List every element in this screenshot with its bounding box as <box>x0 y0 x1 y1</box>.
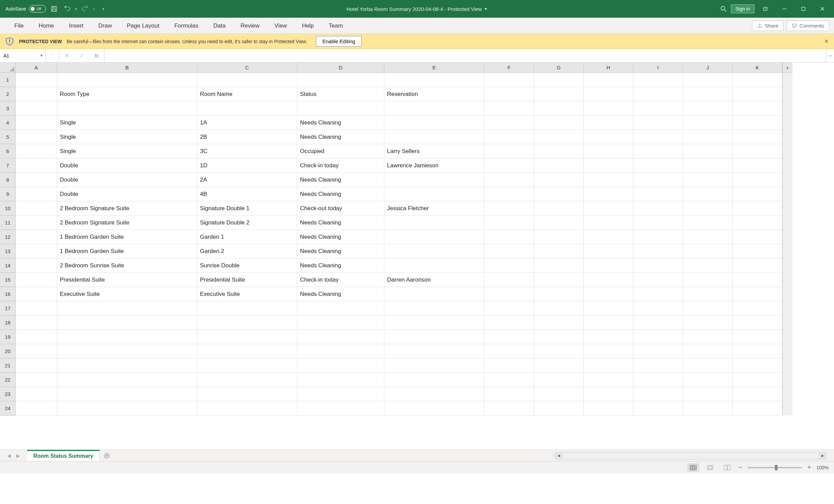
normal-view-icon[interactable] <box>687 463 699 472</box>
horizontal-scrollbar[interactable]: ⋮ ◀ ▶ <box>551 452 827 459</box>
cell[interactable] <box>16 173 57 187</box>
cell[interactable] <box>197 401 297 416</box>
cell[interactable] <box>633 173 683 187</box>
cell[interactable] <box>16 287 57 301</box>
ribbon-tab-review[interactable]: Review <box>233 18 267 34</box>
undo-icon[interactable] <box>62 4 72 14</box>
row-header[interactable]: 22 <box>0 373 16 387</box>
cell[interactable] <box>484 301 534 316</box>
cell[interactable] <box>384 387 484 401</box>
cell[interactable] <box>57 401 197 416</box>
column-header[interactable]: D <box>297 63 384 73</box>
cell[interactable] <box>584 401 633 416</box>
column-header[interactable]: J <box>683 63 733 73</box>
cell[interactable] <box>584 73 633 87</box>
ribbon-tab-team[interactable]: Team <box>321 18 350 34</box>
ribbon-tab-help[interactable]: Help <box>295 18 321 34</box>
cell[interactable] <box>733 130 782 144</box>
page-break-view-icon[interactable] <box>721 463 733 472</box>
cell[interactable] <box>733 273 782 287</box>
cell[interactable] <box>584 373 633 387</box>
cell[interactable] <box>733 87 782 101</box>
cell[interactable]: Needs Cleaning <box>297 116 384 130</box>
cell[interactable] <box>297 73 384 87</box>
cell[interactable] <box>484 73 534 87</box>
cell[interactable] <box>297 358 384 373</box>
cell[interactable] <box>733 258 782 273</box>
cell[interactable] <box>733 301 782 316</box>
cell[interactable] <box>297 387 384 401</box>
cell[interactable] <box>584 187 633 201</box>
row-header[interactable]: 16 <box>0 287 16 301</box>
sheet-tab-active[interactable]: Room Status Summary <box>27 450 100 461</box>
cell[interactable]: 2A <box>197 173 297 187</box>
ribbon-tab-page-layout[interactable]: Page Layout <box>119 18 167 34</box>
autosave-toggle[interactable]: Off <box>29 5 46 13</box>
cell[interactable] <box>384 101 484 116</box>
cell[interactable]: Needs Cleaning <box>297 287 384 301</box>
cell[interactable] <box>16 316 57 330</box>
autosave-control[interactable]: AutoSave Off <box>5 5 46 13</box>
cell[interactable] <box>683 316 733 330</box>
cell[interactable] <box>733 358 782 373</box>
cell[interactable] <box>584 158 633 173</box>
cell[interactable] <box>57 387 197 401</box>
cell[interactable] <box>16 373 57 387</box>
cell[interactable] <box>484 116 534 130</box>
cell[interactable] <box>16 158 57 173</box>
cell[interactable] <box>683 101 733 116</box>
chevron-down-icon[interactable]: ▼ <box>40 54 43 57</box>
cell[interactable] <box>683 144 733 158</box>
cell[interactable]: 2B <box>197 130 297 144</box>
cell[interactable]: Double <box>57 158 197 173</box>
zoom-in-icon[interactable]: + <box>807 464 811 471</box>
cell[interactable] <box>584 101 633 116</box>
cell[interactable] <box>683 373 733 387</box>
column-header[interactable]: C <box>197 63 297 73</box>
formula-input[interactable] <box>104 49 826 62</box>
cell[interactable] <box>633 387 683 401</box>
cell[interactable] <box>584 130 633 144</box>
cell[interactable]: Double <box>57 187 197 201</box>
cell[interactable] <box>16 144 57 158</box>
cell[interactable] <box>384 287 484 301</box>
cell[interactable] <box>484 230 534 244</box>
cell[interactable] <box>197 344 297 358</box>
cell[interactable] <box>16 230 57 244</box>
cell[interactable] <box>733 230 782 244</box>
cell[interactable] <box>534 201 584 216</box>
cell[interactable] <box>534 301 584 316</box>
cell[interactable] <box>584 87 633 101</box>
cell[interactable] <box>484 201 534 216</box>
cell[interactable] <box>633 101 683 116</box>
cell[interactable]: Garden 1 <box>197 230 297 244</box>
cell[interactable] <box>534 87 584 101</box>
cell[interactable] <box>16 244 57 258</box>
cell[interactable] <box>733 344 782 358</box>
ribbon-display-icon[interactable] <box>757 3 773 14</box>
scroll-right-icon[interactable]: ▶ <box>819 452 827 459</box>
cell[interactable] <box>584 144 633 158</box>
cell[interactable] <box>584 116 633 130</box>
row-header[interactable]: 2 <box>0 87 16 101</box>
cell[interactable] <box>733 244 782 258</box>
cell[interactable]: Needs Cleaning <box>297 130 384 144</box>
ribbon-tab-file[interactable]: File <box>7 18 31 34</box>
scroll-left-icon[interactable]: ◀ <box>555 452 563 459</box>
cell[interactable] <box>484 287 534 301</box>
cell[interactable] <box>633 201 683 216</box>
cell[interactable] <box>534 344 584 358</box>
cell[interactable] <box>484 373 534 387</box>
cell[interactable] <box>633 130 683 144</box>
column-header[interactable]: I <box>633 63 683 73</box>
cell[interactable]: 2 Bedroom Sunrise Suite <box>57 258 197 273</box>
cell[interactable] <box>584 273 633 287</box>
cell[interactable] <box>633 216 683 230</box>
cell[interactable] <box>633 116 683 130</box>
comments-button[interactable]: Comments <box>787 20 829 31</box>
cell[interactable] <box>683 173 733 187</box>
cell[interactable] <box>733 316 782 330</box>
cell[interactable]: Single <box>57 116 197 130</box>
cell[interactable] <box>633 373 683 387</box>
cell[interactable] <box>16 344 57 358</box>
